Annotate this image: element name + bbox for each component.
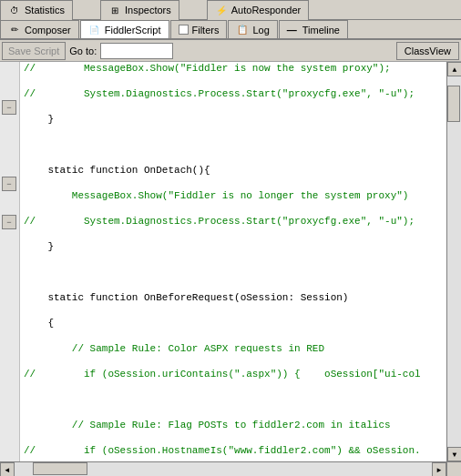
- code-line: MessageBox.Show("Fiddler is no longer th…: [24, 189, 443, 202]
- code-line: // Sample Rule: Flag POSTs to fiddler2.c…: [24, 419, 443, 431]
- code-line: {: [24, 317, 443, 329]
- scroll-track-h[interactable]: [15, 462, 432, 476]
- code-line: [24, 266, 443, 279]
- tab-inspectors-label: Inspectors: [125, 5, 171, 15]
- goto-input[interactable]: [100, 43, 173, 59]
- horizontal-scrollbar[interactable]: ◄ ►: [0, 462, 446, 476]
- tab-filters-label: Filters: [192, 25, 220, 35]
- code-line: }: [24, 113, 443, 126]
- bottom-bar: ◄ ►: [0, 461, 461, 476]
- save-script-label: Save Script: [8, 46, 59, 56]
- scroll-thumb-h[interactable]: [33, 462, 87, 475]
- tab-log-label: Log: [252, 25, 269, 35]
- tab-timeline[interactable]: — Timeline: [279, 20, 348, 38]
- tab-fiddlerscript[interactable]: 📄 FiddlerScript: [80, 20, 169, 38]
- autoresponder-icon: ⚡: [215, 4, 228, 16]
- code-line: static function OnBeforeRequest(oSession…: [24, 291, 443, 304]
- code-line: static function OnDetach(){: [24, 164, 443, 177]
- scrollbar-corner: [446, 462, 461, 476]
- filters-checkbox[interactable]: [179, 25, 189, 35]
- code-content[interactable]: // MessageBox.Show("Fiddler is now the s…: [20, 62, 446, 461]
- tab-timeline-label: Timeline: [302, 25, 340, 35]
- log-icon: 📋: [236, 24, 249, 36]
- code-lines: // MessageBox.Show("Fiddler is now the s…: [20, 62, 446, 461]
- code-line: // if (oSession.uriContains(".aspx")) { …: [24, 368, 443, 380]
- code-line: // System.Diagnostics.Process.Start("pro…: [24, 215, 443, 228]
- tab-autoresponder[interactable]: ⚡ AutoResponder: [207, 0, 309, 20]
- collapse-arrow-1[interactable]: −: [2, 100, 16, 115]
- inspectors-icon: ⊞: [108, 4, 121, 16]
- code-line: }: [24, 240, 443, 253]
- tab-inspectors[interactable]: ⊞ Inspectors: [100, 0, 179, 20]
- tab-filters[interactable]: Filters: [170, 20, 228, 38]
- tab-fiddlerscript-label: FiddlerScript: [105, 25, 161, 35]
- scroll-thumb-v[interactable]: [447, 86, 460, 122]
- composer-icon: ✏: [8, 24, 21, 36]
- tab-bar-2: ✏ Composer 📄 FiddlerScript Filters 📋 Log…: [0, 20, 461, 40]
- fiddlerscript-icon: 📄: [88, 24, 101, 36]
- code-line: [24, 138, 443, 151]
- tab-composer[interactable]: ✏ Composer: [0, 20, 79, 38]
- scroll-down-button[interactable]: ▼: [447, 447, 461, 461]
- classview-label: ClassView: [405, 46, 451, 56]
- tab-composer-label: Composer: [25, 25, 71, 35]
- scroll-up-button[interactable]: ▲: [447, 62, 461, 76]
- classview-button[interactable]: ClassView: [396, 42, 459, 60]
- code-line: // Sample Rule: Color ASPX requests in R…: [24, 342, 443, 355]
- scroll-track-v[interactable]: [447, 76, 461, 447]
- vertical-scrollbar[interactable]: ▲ ▼: [446, 62, 461, 461]
- tab-log[interactable]: 📋 Log: [228, 20, 277, 38]
- tab-autoresponder-label: AutoResponder: [231, 5, 301, 15]
- code-line: [24, 393, 443, 406]
- collapse-arrow-2[interactable]: −: [2, 177, 16, 191]
- code-line: // if (oSession.HostnameIs("www.fiddler2…: [24, 444, 443, 457]
- code-editor: − − − // MessageBox.Show("Fiddler is now…: [0, 62, 461, 461]
- collapse-arrow-3[interactable]: −: [2, 215, 16, 229]
- statistics-icon: ⏱: [8, 4, 21, 16]
- scroll-right-button[interactable]: ►: [432, 462, 446, 476]
- scroll-left-button[interactable]: ◄: [0, 462, 15, 476]
- code-line: // MessageBox.Show("Fiddler is now the s…: [24, 62, 443, 75]
- tab-statistics-label: Statistics: [25, 5, 65, 15]
- timeline-dash: —: [287, 25, 297, 35]
- toolbar: Save Script Go to: ClassView: [0, 40, 461, 62]
- save-script-button[interactable]: Save Script: [2, 42, 66, 60]
- gutter: − − −: [0, 62, 20, 461]
- code-line: // System.Diagnostics.Process.Start("pro…: [24, 87, 443, 100]
- tab-bar-1: ⏱ Statistics ⊞ Inspectors ⚡ AutoResponde…: [0, 0, 461, 20]
- tab-statistics[interactable]: ⏱ Statistics: [0, 0, 73, 20]
- goto-label: Go to:: [69, 46, 97, 56]
